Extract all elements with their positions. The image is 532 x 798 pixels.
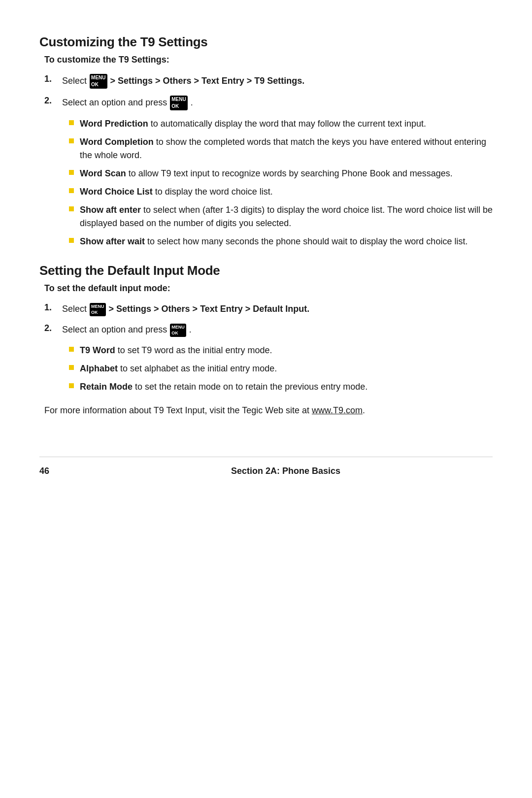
section-title-default-input: Setting the Default Input Mode bbox=[39, 263, 493, 278]
bullet-show-after-wait: Show after wait to select how many secon… bbox=[69, 235, 493, 248]
bullet-square-icon-3 bbox=[69, 170, 74, 175]
bullet-retain-mode: Retain Mode to set the retain mode on to… bbox=[69, 380, 493, 394]
bullet-rest-show-aft-enter: to select when (after 1-3 digits) to dis… bbox=[80, 205, 493, 228]
menu-icon-default-1: MENUOK bbox=[90, 303, 106, 316]
bullet-bold-word-choice-list: Word Choice List bbox=[80, 187, 153, 197]
bullet-rest-alphabet: to set alphabet as the initial entry mod… bbox=[118, 364, 277, 373]
bullet-bold-t9-word: T9 Word bbox=[80, 345, 115, 355]
bullet-word-prediction: Word Prediction to automatically display… bbox=[69, 117, 493, 131]
bullet-text-show-aft-enter: Show aft enter to select when (after 1-3… bbox=[80, 203, 493, 230]
bullet-square-icon-8 bbox=[69, 365, 74, 370]
bullet-rest-word-choice-list: to display the word choice list. bbox=[153, 187, 273, 197]
bullet-t9-word: T9 Word to set T9 word as the initial en… bbox=[69, 344, 493, 357]
section-default-input: Setting the Default Input Mode To set th… bbox=[39, 263, 493, 394]
step-2-text-before: Select an option and press bbox=[62, 98, 167, 107]
section-t9-settings: Customizing the T9 Settings To customize… bbox=[39, 34, 493, 248]
bullet-bold-word-scan: Word Scan bbox=[80, 168, 126, 178]
bullet-text-t9-word: T9 Word to set T9 word as the initial en… bbox=[80, 344, 272, 357]
bullet-text-alphabet: Alphabet to set alphabet as the initial … bbox=[80, 362, 277, 375]
bullet-rest-retain-mode: to set the retain mode on to retain the … bbox=[133, 382, 367, 392]
bullet-text-word-prediction: Word Prediction to automatically display… bbox=[80, 117, 426, 131]
bullet-word-completion: Word Completion to show the completed wo… bbox=[69, 135, 493, 162]
bullet-word-choice-list: Word Choice List to display the word cho… bbox=[69, 185, 493, 199]
bullet-list-default: T9 Word to set T9 word as the initial en… bbox=[69, 344, 493, 394]
step-1-text: Select MENUOK > Settings > Others > Text… bbox=[62, 74, 304, 89]
bullet-square-icon-9 bbox=[69, 383, 74, 388]
t9-link[interactable]: www.T9.com bbox=[312, 405, 363, 415]
bullet-text-retain-mode: Retain Mode to set the retain mode on to… bbox=[80, 380, 367, 394]
bullet-square-icon-6 bbox=[69, 238, 74, 243]
bullet-bold-show-aft-enter: Show aft enter bbox=[80, 205, 141, 215]
step-number-default-2: 2. bbox=[44, 323, 60, 333]
page-number: 46 bbox=[39, 466, 79, 476]
section-title-t9: Customizing the T9 Settings bbox=[39, 34, 493, 50]
bullet-square-icon-4 bbox=[69, 188, 74, 193]
more-info-paragraph: For more information about T9 Text Input… bbox=[44, 403, 493, 418]
step-2-default: 2. Select an option and press MENUOK . bbox=[44, 323, 493, 337]
bullet-show-aft-enter: Show aft enter to select when (after 1-3… bbox=[69, 203, 493, 230]
bullet-square-icon bbox=[69, 120, 74, 125]
step-2-default-text-before: Select an option and press bbox=[62, 325, 167, 334]
bullet-bold-show-after-wait: Show after wait bbox=[80, 236, 145, 246]
bullet-list-t9: Word Prediction to automatically display… bbox=[69, 117, 493, 248]
bullet-text-word-choice-list: Word Choice List to display the word cho… bbox=[80, 185, 273, 199]
menu-icon-2: MENUOK bbox=[170, 96, 187, 110]
bullet-rest-show-after-wait: to select how many seconds the phone sho… bbox=[145, 236, 467, 246]
page-footer: 46 Section 2A: Phone Basics bbox=[39, 457, 493, 476]
step-1-t9: 1. Select MENUOK > Settings > Others > T… bbox=[44, 74, 493, 89]
step-1-default: 1. Select MENUOK > Settings > Others > T… bbox=[44, 302, 493, 316]
bullet-text-show-after-wait: Show after wait to select how many secon… bbox=[80, 235, 467, 248]
menu-icon-default-2: MENUOK bbox=[170, 324, 186, 337]
more-info-end: . bbox=[363, 405, 365, 415]
bullet-square-icon-7 bbox=[69, 347, 74, 352]
bullet-alphabet: Alphabet to set alphabet as the initial … bbox=[69, 362, 493, 375]
step-1-text-after: > Settings > Others > Text Entry > T9 Se… bbox=[110, 76, 305, 86]
step-1-default-text-after: > Settings > Others > Text Entry > Defau… bbox=[109, 304, 310, 314]
bullet-rest-word-scan: to allow T9 text input to recognize word… bbox=[126, 168, 453, 178]
step-2-t9: 2. Select an option and press MENUOK . bbox=[44, 96, 493, 110]
bullet-square-icon-2 bbox=[69, 138, 74, 143]
step-number-default-1: 1. bbox=[44, 302, 60, 313]
step-1-default-text: Select MENUOK > Settings > Others > Text… bbox=[62, 302, 309, 316]
step-2-text: Select an option and press MENUOK . bbox=[62, 96, 193, 110]
bullet-bold-retain-mode: Retain Mode bbox=[80, 382, 133, 392]
step-1-text-before: Select bbox=[62, 76, 87, 86]
bullet-bold-word-prediction: Word Prediction bbox=[80, 119, 148, 129]
bullet-text-word-scan: Word Scan to allow T9 text input to reco… bbox=[80, 167, 453, 180]
bullet-rest-t9-word: to set T9 word as the initial entry mode… bbox=[115, 345, 272, 355]
bullet-square-icon-5 bbox=[69, 206, 74, 211]
step-number-1: 1. bbox=[44, 74, 60, 84]
menu-icon-1: MENUOK bbox=[90, 74, 107, 89]
subtitle-default-input: To set the default input mode: bbox=[44, 283, 493, 294]
bullet-text-word-completion: Word Completion to show the completed wo… bbox=[80, 135, 493, 162]
step-number-2: 2. bbox=[44, 96, 60, 106]
footer-section-label: Section 2A: Phone Basics bbox=[79, 466, 493, 476]
step-1-default-text-before: Select bbox=[62, 304, 87, 314]
bullet-word-scan: Word Scan to allow T9 text input to reco… bbox=[69, 167, 493, 180]
step-2-default-text-after: . bbox=[189, 325, 192, 334]
bullet-bold-word-completion: Word Completion bbox=[80, 137, 154, 147]
step-2-text-after: . bbox=[191, 98, 193, 107]
bullet-bold-alphabet: Alphabet bbox=[80, 364, 118, 373]
bullet-rest-word-prediction: to automatically display the word that m… bbox=[148, 119, 426, 129]
step-2-default-text: Select an option and press MENUOK . bbox=[62, 323, 192, 337]
more-info-text: For more information about T9 Text Input… bbox=[44, 405, 312, 415]
subtitle-t9: To customize the T9 Settings: bbox=[44, 55, 493, 65]
